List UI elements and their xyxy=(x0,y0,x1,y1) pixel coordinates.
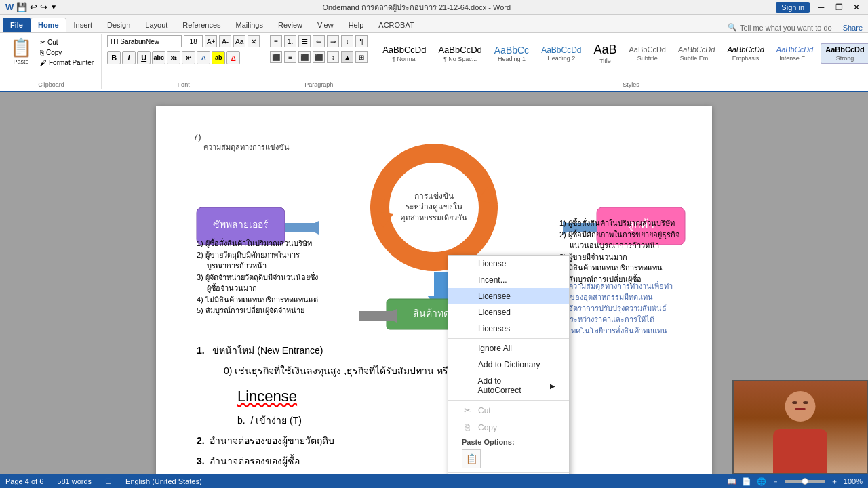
font-color-button[interactable]: A xyxy=(226,51,240,64)
svg-text:การแข่งขัน: การแข่งขัน xyxy=(414,191,454,201)
sort-button[interactable]: ↕ xyxy=(341,35,353,47)
align-right-button[interactable]: ⬛ xyxy=(298,51,311,63)
quick-access-dropdown-icon[interactable]: ▼ xyxy=(50,3,57,11)
person-head xyxy=(785,391,816,422)
show-formatting-button[interactable]: ¶ xyxy=(355,35,368,47)
tab-layout[interactable]: Layout xyxy=(138,18,175,32)
ctx-copy[interactable]: ⎘ Copy xyxy=(448,419,569,436)
tab-references[interactable]: References xyxy=(175,18,228,32)
ctx-copy-label: Copy xyxy=(478,423,497,432)
left-list-item-2b: บูรณาการก้าวหน้า xyxy=(197,260,318,272)
restore-button[interactable]: ❐ xyxy=(833,3,845,12)
line-spacing-button[interactable]: ↕ xyxy=(327,51,339,63)
ctx-cut[interactable]: ✂ Cut xyxy=(448,402,569,419)
italic-button[interactable]: I xyxy=(122,51,136,64)
font-name-select[interactable] xyxy=(107,35,182,47)
style-heading2[interactable]: AaBbCcDd Heading 2 xyxy=(536,43,586,64)
zoom-out-button[interactable]: － xyxy=(772,476,779,487)
justify-button[interactable]: ⬛ xyxy=(313,51,325,63)
format-painter-icon: 🖌 xyxy=(40,59,47,66)
superscript-button[interactable]: x² xyxy=(182,51,195,64)
svg-rect-19 xyxy=(359,311,397,321)
svg-rect-11 xyxy=(434,272,448,296)
ctx-license[interactable]: License xyxy=(448,256,569,272)
ctx-add-dict[interactable]: Add to Dictionary xyxy=(448,357,569,373)
minimize-button[interactable]: ─ xyxy=(815,3,827,12)
tab-mailings[interactable]: Mailings xyxy=(229,18,271,32)
style-subtitle[interactable]: AaBbCcDd Subtitle xyxy=(625,43,671,63)
tab-acrobat[interactable]: ACROBAT xyxy=(371,18,421,32)
subscript-button[interactable]: x₂ xyxy=(167,51,180,64)
text-effects-button[interactable]: A xyxy=(197,51,210,64)
web-layout-icon[interactable]: 🌐 xyxy=(757,477,766,486)
clear-format-button[interactable]: ✕ xyxy=(248,35,260,47)
zoom-slider[interactable] xyxy=(785,480,825,483)
read-mode-icon[interactable]: 📖 xyxy=(727,477,736,486)
copy-label: Copy xyxy=(46,49,62,56)
quick-save-icon[interactable]: 💾 xyxy=(16,2,27,12)
style-emphasis[interactable]: AaBbCcDd Emphasis xyxy=(722,43,768,63)
close-button[interactable]: ✕ xyxy=(850,3,863,12)
left-list-item-3: 3)ผู้จัดจำหน่ายวัตถุดิบมีจำนวนน้อยซึ่ง xyxy=(197,272,318,283)
decrease-indent-button[interactable]: ⇐ xyxy=(313,35,325,47)
strikethrough-button[interactable]: abc xyxy=(152,51,165,64)
paste-button[interactable]: 📋 Paste xyxy=(7,35,35,70)
tab-home[interactable]: Home xyxy=(31,18,66,32)
zoom-in-button[interactable]: ＋ xyxy=(831,476,838,487)
quick-undo-icon[interactable]: ↩ xyxy=(30,2,37,12)
tab-help[interactable]: Help xyxy=(341,18,372,32)
bold-button[interactable]: B xyxy=(107,51,121,64)
ctx-autocorrect[interactable]: Add to AutoCorrect ▶ xyxy=(448,373,569,399)
numbering-button[interactable]: 1. xyxy=(284,35,296,47)
print-layout-icon[interactable]: 📄 xyxy=(742,477,751,486)
svg-text:ซัพพลายเออร์: ซัพพลายเออร์ xyxy=(213,219,269,230)
tab-review[interactable]: Review xyxy=(271,18,310,32)
shading-button[interactable]: ▲ xyxy=(341,51,353,63)
style-subtle-emphasis[interactable]: AaBbCcDd Subtle Em... xyxy=(673,43,719,63)
ctx-paste-keep-source[interactable]: 📋 xyxy=(462,449,481,468)
tell-me-label[interactable]: Tell me what you want to do xyxy=(740,24,832,32)
copy-button[interactable]: ⎘ Copy xyxy=(38,48,96,57)
style-normal[interactable]: AaBbCcDd ¶ Normal xyxy=(378,43,431,64)
cut-button[interactable]: ✂ Cut xyxy=(38,38,96,47)
highlight-button[interactable]: ab xyxy=(212,51,225,64)
style-heading1[interactable]: AaBbCc Heading 1 xyxy=(490,43,534,65)
quick-redo-icon[interactable]: ↪ xyxy=(40,2,47,12)
sign-in-button[interactable]: Sign in xyxy=(776,2,810,13)
tab-design[interactable]: Design xyxy=(100,18,138,32)
webcam-person xyxy=(734,381,867,473)
font-size-input[interactable] xyxy=(184,35,203,47)
align-left-button[interactable]: ⬛ xyxy=(270,51,282,63)
item1-sub-text: 0) เช่นธุรกิจที่ใช้เงินลงทุนสูง ,ธุรกิจท… xyxy=(197,363,671,380)
increase-indent-button[interactable]: ⇒ xyxy=(327,35,339,47)
format-painter-button[interactable]: 🖌 Format Painter xyxy=(38,58,96,67)
ctx-licensee[interactable]: Licensee xyxy=(448,288,569,304)
ctx-cut-label: Cut xyxy=(478,406,491,415)
ctx-licensed[interactable]: Licensed xyxy=(448,304,569,321)
share-button[interactable]: Share xyxy=(843,24,863,32)
tab-insert[interactable]: Insert xyxy=(66,18,100,32)
underline-button[interactable]: U xyxy=(137,51,151,64)
font-grow-button[interactable]: A+ xyxy=(205,35,217,47)
tab-file[interactable]: File xyxy=(3,18,31,32)
tab-view[interactable]: View xyxy=(310,18,341,32)
style-title[interactable]: AaB Title xyxy=(589,41,622,66)
ctx-incent[interactable]: Incent... xyxy=(448,272,569,288)
align-center-button[interactable]: ≡ xyxy=(284,51,296,63)
style-intense-emphasis[interactable]: AaBbCcDd Intense E... xyxy=(772,43,818,63)
window-title: Ondemand การตลาดผู้ประกอบการ 21-12-64.do… xyxy=(57,1,776,14)
left-list-item-5: 5)สัมบูรณ์การเปลี่ยนผู้จัดจำหน่าย xyxy=(197,305,318,317)
style-strong[interactable]: AaBbCcDd Strong xyxy=(821,43,868,63)
borders-button[interactable]: ⊞ xyxy=(355,51,368,63)
change-case-button[interactable]: Aa xyxy=(233,35,245,47)
ctx-licenses[interactable]: Licenses xyxy=(448,321,569,337)
ctx-ignore-all[interactable]: Ignore All xyxy=(448,340,569,357)
ctx-dict-label: Add to Dictionary xyxy=(478,360,540,369)
font-shrink-button[interactable]: A- xyxy=(219,35,231,47)
ctx-submenu-arrow: ▶ xyxy=(550,382,555,390)
style-no-spacing[interactable]: AaBbCcDd ¶ No Spac... xyxy=(433,43,486,64)
bullets-button[interactable]: ≡ xyxy=(270,35,282,47)
bottom-list-item-3: 3)เทคโนโลยีการสั่งสินค้าทดแทน xyxy=(559,325,695,337)
left-list-item-2: 2)ผู้ขายวัตถุดิบมีศักยภาพในการ xyxy=(197,249,318,261)
multilevel-list-button[interactable]: ☰ xyxy=(298,35,311,47)
